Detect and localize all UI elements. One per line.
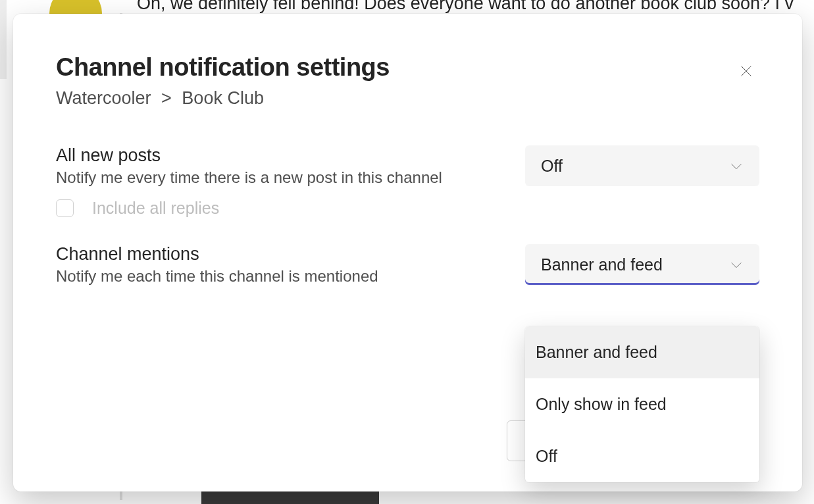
dropdown-option-banner-and-feed[interactable]: Banner and feed (525, 326, 759, 378)
breadcrumb: Watercooler > Book Club (56, 88, 390, 109)
close-icon (739, 64, 753, 80)
breadcrumb-separator: > (161, 88, 172, 108)
setting-row-all-new-posts: All new posts Notify me every time there… (56, 145, 759, 187)
setting-description: Notify me every time there is a new post… (56, 168, 442, 187)
setting-title: All new posts (56, 145, 442, 166)
include-replies-checkbox[interactable] (56, 199, 74, 217)
bg-message-text: Oh, we definitely fell behind! Does ever… (137, 0, 794, 14)
breadcrumb-team: Watercooler (56, 88, 151, 108)
channel-mentions-dropdown[interactable]: Banner and feed (525, 244, 759, 285)
dialog-title-block: Channel notification settings Watercoole… (56, 53, 390, 109)
include-replies-label: Include all replies (92, 199, 219, 218)
option-label: Only show in feed (536, 395, 667, 414)
dialog-title: Channel notification settings (56, 53, 390, 82)
setting-label-all-new-posts: All new posts Notify me every time there… (56, 145, 442, 187)
dropdown-option-only-show-in-feed[interactable]: Only show in feed (525, 378, 759, 430)
option-label: Banner and feed (536, 343, 657, 362)
chevron-down-icon (729, 159, 744, 173)
dialog-body: All new posts Notify me every time there… (56, 145, 759, 286)
dropdown-value: Banner and feed (541, 255, 663, 274)
setting-row-channel-mentions: Channel mentions Notify me each time thi… (56, 244, 759, 286)
breadcrumb-channel: Book Club (182, 88, 264, 108)
bg-sidebar-strip (0, 0, 7, 79)
dropdown-option-off[interactable]: Off (525, 430, 759, 482)
dropdown-value: Off (541, 157, 563, 176)
include-all-replies-checkbox-row: Include all replies (56, 199, 759, 218)
close-button[interactable] (733, 59, 759, 85)
all-new-posts-dropdown[interactable]: Off (525, 145, 759, 186)
chevron-down-icon (729, 257, 744, 272)
channel-mentions-dropdown-menu: Banner and feed Only show in feed Off (525, 326, 759, 482)
setting-title: Channel mentions (56, 244, 378, 265)
option-label: Off (536, 447, 557, 466)
channel-notification-settings-dialog: Channel notification settings Watercoole… (13, 14, 802, 491)
setting-description: Notify me each time this channel is ment… (56, 267, 378, 286)
dialog-header: Channel notification settings Watercoole… (56, 53, 759, 109)
bg-image-preview (201, 491, 379, 504)
setting-label-channel-mentions: Channel mentions Notify me each time thi… (56, 244, 378, 286)
